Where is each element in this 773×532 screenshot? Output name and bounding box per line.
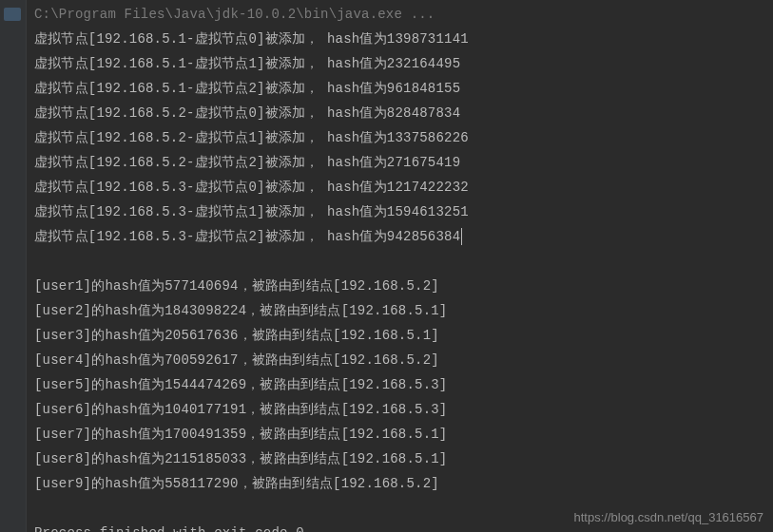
console-line: 虚拟节点[192.168.5.2-虚拟节点0]被添加， hash值为828487… — [34, 101, 773, 125]
console-line: 虚拟节点[192.168.5.1-虚拟节点2]被添加， hash值为961848… — [34, 76, 773, 101]
console-line: 虚拟节点[192.168.5.3-虚拟节点0]被添加， hash值为121742… — [34, 175, 773, 200]
console-line: [user6]的hash值为1040177191，被路由到结点[192.168.… — [34, 397, 773, 422]
console-line: 虚拟节点[192.168.5.1-虚拟节点1]被添加， hash值为232164… — [34, 51, 773, 76]
console-line: 虚拟节点[192.168.5.2-虚拟节点1]被添加， hash值为133758… — [34, 125, 773, 150]
console-line: 虚拟节点[192.168.5.2-虚拟节点2]被添加， hash值为271675… — [34, 150, 773, 175]
console-line: [user5]的hash值为1544474269，被路由到结点[192.168.… — [34, 372, 773, 397]
console-output[interactable]: C:\Program Files\Java\jdk-10.0.2\bin\jav… — [34, 0, 773, 532]
console-blank-line — [34, 249, 773, 274]
console-line: 虚拟节点[192.168.5.3-虚拟节点1]被添加， hash值为159461… — [34, 200, 773, 224]
console-line: 虚拟节点[192.168.5.3-虚拟节点2]被添加， hash值为942856… — [34, 224, 773, 249]
console-line: [user1]的hash值为577140694，被路由到结点[192.168.5… — [34, 274, 773, 298]
console-line: [user3]的hash值为205617636，被路由到结点[192.168.5… — [34, 323, 773, 348]
console-gutter — [0, 0, 27, 532]
console-line-header: C:\Program Files\Java\jdk-10.0.2\bin\jav… — [34, 2, 773, 27]
watermark-text: https://blog.csdn.net/qq_31616567 — [574, 510, 764, 524]
console-line: 虚拟节点[192.168.5.1-虚拟节点0]被添加， hash值为139873… — [34, 27, 773, 51]
console-line: [user7]的hash值为1700491359，被路由到结点[192.168.… — [34, 422, 773, 446]
gutter-marker-icon — [4, 8, 21, 21]
text-cursor-icon — [461, 228, 462, 245]
console-line: [user9]的hash值为558117290，被路由到结点[192.168.5… — [34, 471, 773, 496]
console-text: 虚拟节点[192.168.5.3-虚拟节点2]被添加， hash值为942856… — [34, 229, 460, 244]
console-line: [user4]的hash值为700592617，被路由到结点[192.168.5… — [34, 348, 773, 372]
console-line: [user8]的hash值为2115185033，被路由到结点[192.168.… — [34, 446, 773, 471]
console-line: [user2]的hash值为1843098224，被路由到结点[192.168.… — [34, 298, 773, 323]
